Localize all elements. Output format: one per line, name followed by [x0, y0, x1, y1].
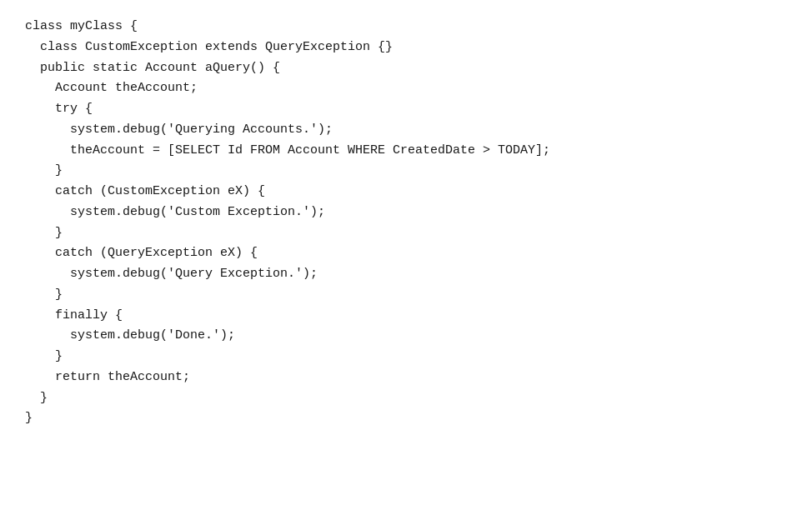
code-block: class myClass { class CustomException ex… [25, 17, 787, 429]
code-container: class myClass { class CustomException ex… [0, 0, 812, 515]
